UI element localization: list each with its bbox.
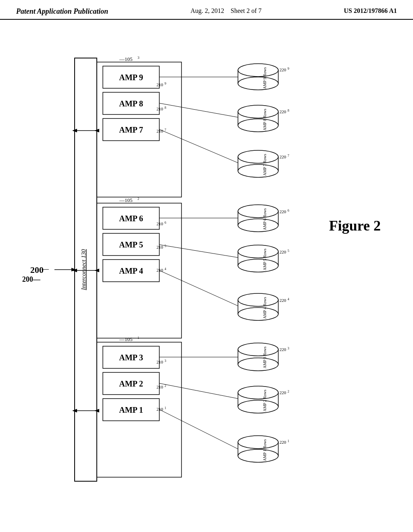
svg-text:220: 220 — [280, 390, 286, 395]
svg-point-116 — [238, 449, 278, 462]
svg-text:AMP 5 Rows: AMP 5 Rows — [263, 249, 267, 270]
svg-text:210: 210 — [156, 106, 163, 111]
svg-text:AMP 1: AMP 1 — [119, 405, 143, 414]
svg-text:4: 4 — [165, 267, 166, 271]
svg-text:—105: —105 — [119, 336, 133, 342]
svg-text:220: 220 — [280, 347, 286, 352]
svg-text:—105: —105 — [119, 56, 133, 62]
svg-text:AMP 8 Rows: AMP 8 Rows — [263, 109, 267, 131]
svg-text:3: 3 — [138, 56, 140, 60]
svg-text:220: 220 — [280, 154, 286, 159]
svg-text:210: 210 — [156, 360, 163, 364]
svg-text:AMP 9 Rows: AMP 9 Rows — [263, 67, 267, 89]
svg-point-35 — [238, 150, 278, 163]
svg-line-60 — [159, 270, 238, 306]
pub-date: Aug. 2, 2012 — [190, 7, 224, 14]
svg-point-76 — [238, 308, 278, 320]
svg-text:AMP 2: AMP 2 — [119, 379, 143, 388]
diagram-area: Figure 2 200— Interconnect 130 —105 3 AM… — [0, 24, 413, 515]
svg-text:—: — — [41, 265, 49, 273]
svg-point-109 — [238, 400, 278, 413]
svg-text:210: 210 — [156, 221, 163, 226]
svg-text:8: 8 — [165, 106, 166, 110]
svg-point-28 — [238, 105, 278, 118]
svg-text:220: 220 — [280, 440, 286, 445]
svg-point-21 — [238, 64, 278, 77]
diagram-svg: Interconnect 130 —105 3 AMP 9 AMP 8 AMP … — [0, 24, 413, 515]
svg-point-101 — [238, 343, 278, 356]
svg-text:AMP 3 Rows: AMP 3 Rows — [263, 347, 267, 368]
page-header: Patent Application Publication Aug. 2, 2… — [0, 0, 413, 20]
svg-text:—105: —105 — [119, 197, 133, 203]
svg-text:3: 3 — [288, 347, 289, 350]
svg-point-29 — [238, 119, 278, 132]
svg-text:220: 220 — [280, 209, 286, 214]
svg-text:AMP 4 Rows: AMP 4 Rows — [263, 297, 267, 319]
svg-text:210: 210 — [156, 82, 163, 87]
svg-point-36 — [238, 164, 278, 177]
svg-text:AMP 5: AMP 5 — [119, 240, 143, 249]
svg-text:9: 9 — [288, 67, 289, 71]
svg-text:AMP 3: AMP 3 — [119, 353, 143, 362]
svg-line-20 — [159, 129, 238, 163]
svg-text:5: 5 — [165, 244, 166, 248]
svg-text:220: 220 — [280, 109, 286, 114]
svg-point-68 — [238, 245, 278, 258]
svg-text:210: 210 — [156, 245, 163, 249]
svg-text:6: 6 — [288, 209, 289, 212]
svg-text:AMP 1 Rows: AMP 1 Rows — [263, 439, 267, 461]
svg-text:210: 210 — [156, 384, 163, 389]
svg-point-108 — [238, 386, 278, 399]
svg-text:5: 5 — [288, 249, 289, 253]
svg-text:1: 1 — [288, 439, 289, 443]
svg-point-102 — [238, 358, 278, 371]
sheet-info: Sheet 2 of 7 — [231, 7, 262, 14]
publication-title: Patent Application Publication — [16, 7, 108, 16]
svg-point-115 — [238, 436, 278, 449]
svg-text:7: 7 — [288, 154, 289, 158]
svg-point-75 — [238, 293, 278, 306]
svg-text:2: 2 — [288, 390, 289, 393]
svg-text:AMP 6 Rows: AMP 6 Rows — [263, 208, 267, 230]
svg-text:8: 8 — [288, 109, 289, 112]
svg-text:6: 6 — [165, 221, 166, 224]
svg-point-69 — [238, 259, 278, 272]
svg-text:AMP 7: AMP 7 — [119, 125, 143, 134]
svg-text:AMP 9: AMP 9 — [119, 73, 143, 82]
svg-text:9: 9 — [165, 82, 166, 85]
svg-text:220: 220 — [280, 67, 286, 72]
svg-text:4: 4 — [288, 297, 289, 301]
svg-text:220: 220 — [280, 298, 286, 303]
svg-text:1: 1 — [138, 336, 139, 340]
svg-point-61 — [238, 205, 278, 218]
svg-text:AMP 2 Rows: AMP 2 Rows — [263, 390, 267, 411]
patent-number: US 2012/197866 A1 — [344, 7, 397, 15]
svg-text:AMP 6: AMP 6 — [119, 214, 143, 223]
svg-text:3: 3 — [165, 359, 166, 363]
svg-point-62 — [238, 219, 278, 232]
svg-text:210: 210 — [156, 129, 163, 133]
svg-text:2: 2 — [138, 197, 139, 201]
svg-text:AMP 8: AMP 8 — [119, 99, 143, 108]
svg-text:1: 1 — [165, 406, 166, 410]
svg-text:220: 220 — [280, 249, 286, 254]
svg-text:7: 7 — [165, 128, 166, 132]
svg-text:Interconnect 130: Interconnect 130 — [80, 249, 87, 291]
svg-line-59 — [159, 245, 238, 258]
svg-line-100 — [159, 409, 238, 449]
svg-text:AMP 4: AMP 4 — [119, 266, 143, 275]
svg-line-19 — [159, 103, 238, 117]
svg-text:AMP 7 Rows: AMP 7 Rows — [263, 154, 267, 176]
svg-line-99 — [159, 383, 238, 399]
header-center: Aug. 2, 2012 Sheet 2 of 7 — [190, 7, 261, 15]
svg-point-22 — [238, 77, 278, 90]
